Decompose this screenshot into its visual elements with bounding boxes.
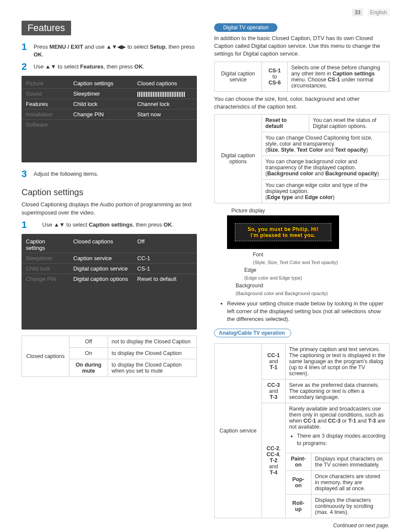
menu-item: Software [22, 119, 69, 130]
option-desc: You can change background color and tran… [262, 156, 389, 179]
text: . [172, 221, 174, 228]
text: , then press [133, 221, 164, 228]
option-desc: You can change edge color and type of th… [262, 179, 389, 203]
font-label: Font [253, 252, 263, 258]
menu-item: Sleeptimer [69, 88, 133, 99]
characteristics-intro: You can choose the size, font, color, ba… [214, 95, 389, 111]
caption-settings-heading: Caption settings [22, 187, 197, 197]
font-note: (Style, Size, Text Color and Text opacit… [253, 260, 338, 265]
menu-item-selected: Features [22, 99, 69, 109]
mode-label: Paint-on [291, 456, 306, 468]
menu-item: Change PIN [69, 109, 133, 119]
menu-item: Off [133, 236, 197, 253]
text: Adjust the following items. [34, 168, 197, 178]
mode-desc: Displays the characters continuously by … [311, 494, 389, 518]
option-desc: to display the Closed Caption [108, 347, 197, 359]
caption-service-table: Caption service CC-1andT-1 The primary c… [214, 343, 389, 518]
menu-item-selected: Caption settings [22, 236, 69, 253]
pill-label: Analog/Cable TV operation [214, 329, 291, 337]
tv-screen-icon: So, you must be Philip. Hi! I'm pleased … [227, 215, 339, 249]
menu-item: Picture [22, 78, 69, 88]
picture-display-diagram: Picture display So, you must be Philip. … [214, 208, 389, 297]
menu-item: Sleeptimer [22, 253, 69, 263]
option-label: Reset to default [265, 117, 286, 129]
menu-item: Change PIN [22, 274, 69, 284]
menu-item: CS-1 [133, 263, 197, 274]
mode-label: Roll-up [293, 500, 305, 512]
pill-label: Digital TV operation [214, 23, 277, 32]
menu-item: Channel lock [133, 99, 197, 109]
option-desc: not to display the Closed Caption [108, 336, 197, 347]
digital-tv-operation-pill: Digital TV operation [214, 21, 389, 34]
menu-item: Caption settings [69, 78, 133, 88]
list-item: Review your setting choice made below by… [227, 300, 389, 324]
ok-label: OK [164, 221, 172, 228]
text: to select [65, 221, 89, 228]
desc-cell: Serve as the preferred data channels. Th… [286, 379, 389, 403]
digital-caption-options-table: Digital caption options Reset to default… [214, 114, 389, 203]
desc-cell: Selects one of these before changing any… [288, 62, 389, 91]
list-item: There are 3 display modes according to p… [297, 432, 386, 448]
desc-cell: The primary caption and text services. T… [286, 343, 389, 379]
menu-item: Reset to default [133, 274, 197, 284]
value-cell: CC-1andT-1 [262, 343, 286, 379]
table-row-header: Digital caption options [215, 114, 262, 203]
background-label: Background [236, 283, 263, 289]
value-cell: CC-3andT-3 [262, 379, 286, 403]
option-desc: You can change Closed Captioning font si… [262, 132, 389, 156]
edge-note: (Edge color and Edge type) [244, 275, 302, 280]
ok-label: OK [34, 51, 42, 58]
text: to select [56, 63, 80, 70]
menu-item: Start now [133, 109, 197, 119]
menu-item: Sound [22, 88, 69, 99]
ok-label: OK [134, 63, 143, 70]
menu-item: Digital caption service [69, 263, 133, 274]
caption-step-1: 1 Use ▲▼ to select Caption settings, the… [22, 219, 197, 230]
features-heading: Features [22, 21, 71, 35]
text: Use [42, 221, 54, 228]
option-label: Off [69, 336, 108, 347]
picture-display-label: Picture display [231, 208, 389, 214]
menu-item: Child lock [69, 99, 133, 109]
menu-item: Installation [22, 109, 69, 119]
step-number-icon: 1 [22, 219, 29, 230]
continued-note: Continued on next page. [214, 523, 389, 529]
features-label: Features [80, 63, 103, 70]
text: . [143, 63, 144, 70]
text: Press [34, 44, 50, 50]
page-header: 33 English [22, 9, 389, 16]
mode-label: Pop-on [293, 476, 305, 488]
step-1: 1 Press MENU / EXIT and use ▲▼◀▶ to sele… [22, 41, 197, 59]
arrow-keys-icon: ▲▼ [45, 63, 56, 70]
value-cell: CS-1 to CS-6 [262, 62, 288, 91]
desc-cell: Rarely available and broadcasters use th… [286, 403, 389, 453]
arrow-keys-icon: ▲▼◀▶ [106, 44, 126, 50]
table-row-header: Closed captions [22, 336, 69, 376]
option-desc: to display the Closed Caption when you s… [108, 359, 197, 376]
edge-label: Edge [244, 267, 256, 273]
barcode-icon [133, 88, 197, 99]
step-number-icon: 2 [22, 61, 29, 72]
digital-intro-text: In addition to the basic Closed Caption,… [214, 34, 389, 58]
analog-cable-tv-operation-pill: Analog/Cable TV operation [214, 326, 389, 340]
menu-item: Closed captions [69, 236, 133, 253]
page-number: 33 [352, 9, 363, 16]
caption-settings-label: Caption settings [89, 221, 133, 228]
option-desc: You can reset the status of Digital capt… [309, 114, 389, 132]
text: , then press [103, 63, 134, 70]
table-row-header: Digital caption service [215, 62, 262, 91]
background-note: (Background color and Background opacity… [236, 291, 328, 296]
option-label: On during mute [76, 362, 102, 374]
step-2: 2 Use ▲▼ to select Features, then press … [22, 61, 197, 72]
setup-label: Setup [150, 44, 165, 50]
text: , then press [165, 44, 195, 50]
menu-exit-label: MENU / EXIT [50, 44, 83, 50]
table-row-header: Caption service [215, 343, 262, 518]
menu-item: Child lock [22, 263, 69, 274]
step-number-icon: 3 [22, 168, 29, 180]
text: Use [34, 63, 45, 70]
caption-settings-menu-screenshot: Caption settings Closed captions Off Sle… [22, 234, 197, 330]
mode-desc: Displays input characters on the TV scre… [311, 453, 389, 470]
step-3: 3 Adjust the following items. [22, 168, 197, 180]
menu-item: Caption service [69, 253, 133, 263]
